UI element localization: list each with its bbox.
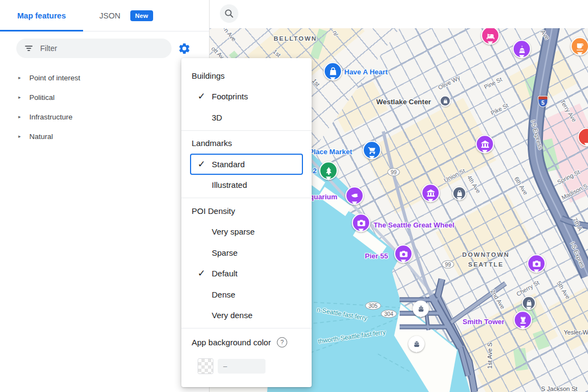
poi-label[interactable]: quarium (309, 193, 337, 201)
poi-label[interactable]: Place Market (309, 148, 352, 156)
filter-input[interactable] (39, 43, 161, 53)
expand-arrow-icon[interactable]: ▸ (15, 134, 24, 139)
street-label: Pike St (490, 102, 510, 117)
option-label: Default (212, 269, 238, 278)
option-sparse[interactable]: ✓ Sparse (181, 242, 312, 263)
camera-marker[interactable] (527, 254, 546, 273)
tab-map-features[interactable]: Map features (0, 0, 83, 31)
shopping-bag-marker[interactable] (324, 62, 342, 80)
tree-item-label: Point of interest (29, 74, 80, 82)
camera-marker[interactable] (394, 244, 413, 263)
transparent-color-swatch[interactable] (198, 358, 213, 374)
filter-pill[interactable] (16, 39, 172, 58)
street-label: nl (332, 30, 339, 36)
ferry-marker[interactable] (408, 336, 425, 352)
expand-arrow-icon[interactable]: ▸ (15, 114, 24, 119)
shopping-bag-marker[interactable] (522, 296, 536, 310)
ferry-icon (413, 340, 421, 348)
poi-label[interactable]: The Seattle Great Wheel (374, 221, 454, 229)
gear-icon (178, 42, 191, 55)
dolphin-marker[interactable] (345, 186, 364, 205)
expand-arrow-icon[interactable]: ▸ (15, 94, 24, 100)
map-style-settings-menu: Buildings ✓ Footprints ✓ 3D Landmarks ✓ … (181, 58, 312, 387)
street-label: Madison S (560, 182, 588, 201)
poi-label[interactable]: n-Seattle fast ferry (317, 306, 368, 321)
poi-label[interactable]: 2 (313, 167, 317, 175)
tab-json-label: JSON (99, 11, 121, 20)
shopping-bag-marker[interactable] (440, 96, 451, 107)
street-label: 4th Ave (466, 174, 482, 194)
coffee-icon (576, 42, 585, 51)
shopping-bag-icon (456, 189, 463, 197)
menu-divider (181, 198, 312, 198)
settings-gear-button[interactable] (177, 41, 191, 55)
expand-arrow-icon[interactable]: ▸ (15, 75, 24, 80)
tree-marker[interactable] (319, 161, 338, 180)
museum-marker[interactable] (476, 135, 494, 153)
filter-icon (24, 43, 34, 53)
help-icon[interactable]: ? (277, 337, 287, 347)
bed-icon (486, 31, 495, 40)
active-tab-underline (0, 30, 83, 31)
option-label: Dense (212, 290, 235, 299)
monument-icon (517, 45, 527, 54)
ferry-marker[interactable] (413, 301, 429, 317)
option-very-sparse[interactable]: ✓ Very sparse (181, 222, 312, 243)
camera-marker[interactable] (352, 213, 370, 232)
street-label: 1st (272, 48, 282, 59)
check-icon: ✓ (198, 91, 212, 102)
area-label: BELLTOWN (274, 35, 317, 42)
option-dense[interactable]: ✓ Dense (181, 284, 312, 305)
tree-item-natural[interactable]: ▸ Natural (0, 127, 209, 146)
tab-bar: Map features JSON New (0, 0, 209, 31)
street-label: 6th Ave (513, 175, 529, 195)
option-3d[interactable]: ✓ 3D (181, 107, 312, 128)
street-label: Yesler W (564, 329, 588, 336)
street-label: Cherry St (515, 279, 540, 298)
option-label: Sparse (212, 248, 238, 257)
background-color-input[interactable] (218, 359, 265, 374)
poi-label[interactable]: Westlake Center (376, 98, 431, 106)
coffee-marker[interactable] (571, 37, 588, 55)
museum-marker[interactable] (421, 184, 440, 202)
tab-json[interactable]: JSON (99, 11, 121, 20)
section-title-poi-density: POI Density (181, 200, 312, 222)
search-button[interactable] (220, 4, 238, 23)
bed-marker[interactable] (481, 28, 500, 45)
option-default[interactable]: ✓ Default (181, 263, 312, 284)
area-label: SEATTLE (468, 261, 504, 268)
street-label: S Jackson St (541, 385, 577, 392)
poi-label[interactable]: thworth-Seattle fast ferry (318, 328, 386, 344)
camera-icon (532, 259, 541, 268)
dolphin-icon (350, 191, 359, 200)
street-label: 1st Ave S (486, 343, 493, 369)
left-panel: Map features JSON New ▸ Point of interes… (0, 0, 210, 392)
route-shield: 99 (441, 261, 454, 269)
ferry-icon (417, 305, 425, 313)
monument-marker[interactable] (513, 40, 531, 58)
shopping-bag-marker[interactable] (452, 186, 466, 200)
option-footprints[interactable]: ✓ Footprints (181, 86, 312, 108)
shopping-cart-marker[interactable] (363, 141, 381, 159)
tree-item-political[interactable]: ▸ Political (0, 87, 209, 107)
poi-label[interactable]: Have A Heart (344, 68, 388, 76)
option-standard[interactable]: ✓ Standard (190, 154, 303, 175)
tree-item-label: Natural (29, 132, 53, 141)
option-label: 3D (212, 113, 222, 122)
street-label: Olive Wy (437, 74, 461, 91)
poi-label[interactable]: Pier 55 (365, 252, 388, 260)
tree-item-point-of-interest[interactable]: ▸ Point of interest (0, 68, 209, 87)
tree-item-infrastructure[interactable]: ▸ Infrastructure (0, 107, 209, 127)
tree-item-label: Political (29, 93, 55, 102)
rook-marker[interactable] (514, 311, 532, 329)
shopping-bag-icon (526, 299, 533, 306)
option-label: Standard (212, 160, 245, 169)
section-title-buildings: Buildings (181, 65, 312, 86)
poi-label[interactable]: Smith Tower (463, 318, 504, 326)
street-label: Spring St (556, 168, 581, 185)
camera-icon (357, 218, 366, 227)
option-illustrated[interactable]: ✓ Illustrated (181, 175, 312, 196)
dot-marker[interactable] (578, 128, 588, 146)
street-label: 1st (311, 78, 321, 88)
option-very-dense[interactable]: ✓ Very dense (181, 305, 312, 326)
